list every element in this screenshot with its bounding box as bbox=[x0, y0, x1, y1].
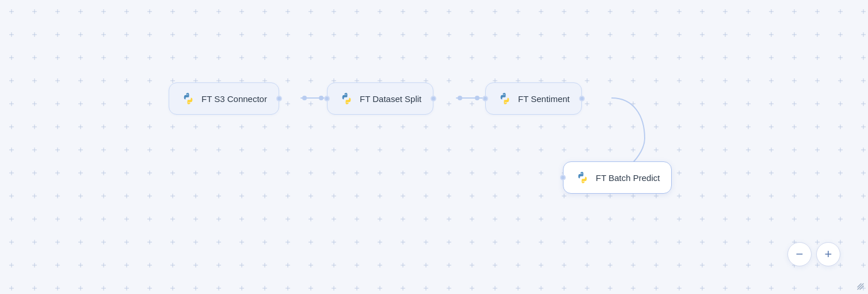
node-batch-port-left[interactable] bbox=[560, 175, 566, 180]
python-icon bbox=[181, 91, 196, 106]
python-icon bbox=[497, 91, 512, 106]
node-batch-label: FT Batch Predict bbox=[596, 173, 660, 183]
node-s3-connector[interactable]: FT S3 Connector bbox=[169, 82, 279, 115]
resize-handle[interactable] bbox=[856, 282, 865, 291]
zoom-plus-button[interactable]: + bbox=[816, 242, 840, 266]
zoom-controls: − + bbox=[787, 242, 840, 266]
node-dataset-port-left[interactable] bbox=[324, 96, 330, 101]
node-s3-port-right[interactable] bbox=[276, 96, 282, 101]
node-sentiment[interactable]: FT Sentiment bbox=[485, 82, 582, 115]
node-s3-label: FT S3 Connector bbox=[201, 94, 267, 104]
zoom-minus-button[interactable]: − bbox=[787, 242, 812, 266]
resize-icon bbox=[856, 282, 865, 291]
node-batch-predict[interactable]: FT Batch Predict bbox=[563, 161, 672, 194]
node-sentiment-label: FT Sentiment bbox=[518, 94, 570, 104]
python-icon bbox=[339, 91, 354, 106]
node-dataset-label: FT Dataset Split bbox=[360, 94, 421, 104]
node-dataset-port-right[interactable] bbox=[431, 96, 436, 101]
node-sentiment-port-right[interactable] bbox=[579, 96, 585, 101]
python-icon bbox=[575, 170, 590, 185]
node-dataset-split[interactable]: FT Dataset Split bbox=[327, 82, 433, 115]
canvas-background bbox=[0, 0, 868, 294]
node-sentiment-port-left[interactable] bbox=[482, 96, 488, 101]
